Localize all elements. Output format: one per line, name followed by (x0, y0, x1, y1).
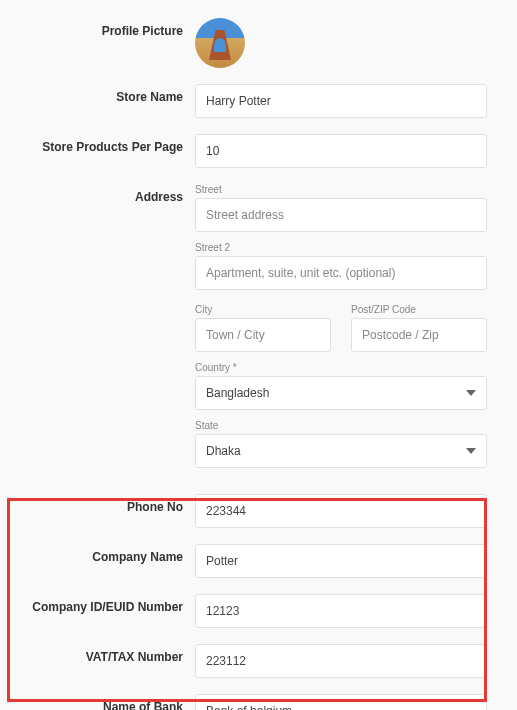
company-name-label: Company Name (30, 544, 195, 564)
city-input[interactable] (195, 318, 331, 352)
bank-name-label: Name of Bank (30, 694, 195, 710)
bank-name-input[interactable] (195, 694, 487, 710)
postzip-input[interactable] (351, 318, 487, 352)
products-per-page-label: Store Products Per Page (30, 134, 195, 154)
country-sublabel: Country * (195, 362, 487, 373)
country-select[interactable]: Bangladesh (195, 376, 487, 410)
street2-input[interactable] (195, 256, 487, 290)
profile-picture-label: Profile Picture (30, 18, 195, 38)
state-select[interactable]: Dhaka (195, 434, 487, 468)
vat-label: VAT/TAX Number (30, 644, 195, 664)
address-label: Address (30, 184, 195, 204)
phone-input[interactable] (195, 494, 487, 528)
phone-label: Phone No (30, 494, 195, 514)
store-name-input[interactable] (195, 84, 487, 118)
street-input[interactable] (195, 198, 487, 232)
street2-sublabel: Street 2 (195, 242, 487, 253)
company-id-input[interactable] (195, 594, 487, 628)
company-name-input[interactable] (195, 544, 487, 578)
postzip-sublabel: Post/ZIP Code (351, 304, 487, 315)
profile-picture-avatar[interactable] (195, 18, 245, 68)
store-name-label: Store Name (30, 84, 195, 104)
street-sublabel: Street (195, 184, 487, 195)
city-sublabel: City (195, 304, 331, 315)
products-per-page-input[interactable] (195, 134, 487, 168)
state-sublabel: State (195, 420, 487, 431)
vat-input[interactable] (195, 644, 487, 678)
company-id-label: Company ID/EUID Number (30, 594, 195, 614)
